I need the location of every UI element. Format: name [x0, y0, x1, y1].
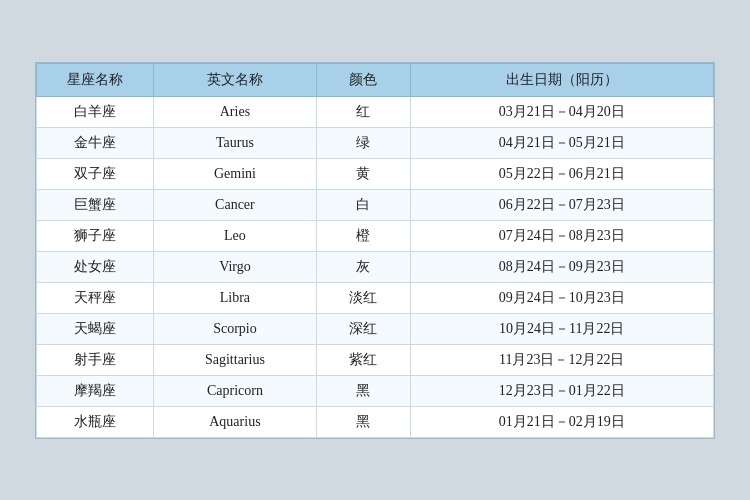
cell-color: 红 [317, 96, 410, 127]
cell-color: 橙 [317, 220, 410, 251]
table-row: 射手座Sagittarius紫红11月23日－12月22日 [37, 344, 714, 375]
cell-date: 04月21日－05月21日 [410, 127, 714, 158]
cell-chinese: 射手座 [37, 344, 154, 375]
zodiac-table: 星座名称 英文名称 颜色 出生日期（阳历） 白羊座Aries红03月21日－04… [36, 63, 714, 438]
cell-english: Leo [153, 220, 316, 251]
cell-color: 黑 [317, 406, 410, 437]
cell-color: 黑 [317, 375, 410, 406]
cell-chinese: 白羊座 [37, 96, 154, 127]
cell-color: 深红 [317, 313, 410, 344]
header-chinese: 星座名称 [37, 63, 154, 96]
cell-color: 灰 [317, 251, 410, 282]
cell-date: 09月24日－10月23日 [410, 282, 714, 313]
cell-date: 11月23日－12月22日 [410, 344, 714, 375]
table-row: 水瓶座Aquarius黑01月21日－02月19日 [37, 406, 714, 437]
table-row: 狮子座Leo橙07月24日－08月23日 [37, 220, 714, 251]
table-row: 天秤座Libra淡红09月24日－10月23日 [37, 282, 714, 313]
header-english: 英文名称 [153, 63, 316, 96]
cell-chinese: 处女座 [37, 251, 154, 282]
cell-chinese: 金牛座 [37, 127, 154, 158]
table-row: 巨蟹座Cancer白06月22日－07月23日 [37, 189, 714, 220]
header-color: 颜色 [317, 63, 410, 96]
cell-color: 黄 [317, 158, 410, 189]
cell-chinese: 水瓶座 [37, 406, 154, 437]
table-row: 金牛座Taurus绿04月21日－05月21日 [37, 127, 714, 158]
cell-color: 绿 [317, 127, 410, 158]
cell-date: 08月24日－09月23日 [410, 251, 714, 282]
cell-english: Virgo [153, 251, 316, 282]
cell-date: 05月22日－06月21日 [410, 158, 714, 189]
table-row: 天蝎座Scorpio深红10月24日－11月22日 [37, 313, 714, 344]
cell-chinese: 天秤座 [37, 282, 154, 313]
cell-english: Scorpio [153, 313, 316, 344]
cell-english: Aquarius [153, 406, 316, 437]
cell-chinese: 狮子座 [37, 220, 154, 251]
cell-chinese: 天蝎座 [37, 313, 154, 344]
cell-date: 01月21日－02月19日 [410, 406, 714, 437]
cell-english: Gemini [153, 158, 316, 189]
cell-date: 12月23日－01月22日 [410, 375, 714, 406]
table-header-row: 星座名称 英文名称 颜色 出生日期（阳历） [37, 63, 714, 96]
zodiac-table-container: 星座名称 英文名称 颜色 出生日期（阳历） 白羊座Aries红03月21日－04… [35, 62, 715, 439]
cell-date: 03月21日－04月20日 [410, 96, 714, 127]
cell-english: Aries [153, 96, 316, 127]
cell-color: 淡红 [317, 282, 410, 313]
table-row: 白羊座Aries红03月21日－04月20日 [37, 96, 714, 127]
cell-date: 06月22日－07月23日 [410, 189, 714, 220]
cell-chinese: 摩羯座 [37, 375, 154, 406]
cell-chinese: 双子座 [37, 158, 154, 189]
cell-chinese: 巨蟹座 [37, 189, 154, 220]
table-row: 处女座Virgo灰08月24日－09月23日 [37, 251, 714, 282]
table-row: 双子座Gemini黄05月22日－06月21日 [37, 158, 714, 189]
cell-english: Sagittarius [153, 344, 316, 375]
cell-color: 紫红 [317, 344, 410, 375]
cell-date: 10月24日－11月22日 [410, 313, 714, 344]
cell-color: 白 [317, 189, 410, 220]
table-row: 摩羯座Capricorn黑12月23日－01月22日 [37, 375, 714, 406]
header-date: 出生日期（阳历） [410, 63, 714, 96]
cell-english: Libra [153, 282, 316, 313]
cell-date: 07月24日－08月23日 [410, 220, 714, 251]
cell-english: Capricorn [153, 375, 316, 406]
cell-english: Taurus [153, 127, 316, 158]
cell-english: Cancer [153, 189, 316, 220]
